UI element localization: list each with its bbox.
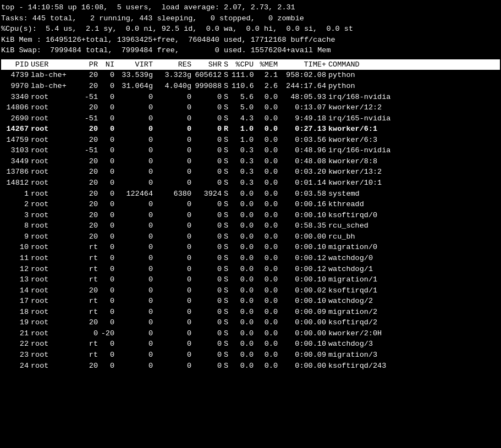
cell-pid: 1 [2, 189, 31, 200]
col-header-user: USER [31, 59, 80, 70]
cell-user: root [31, 220, 80, 231]
table-row[interactable]: 14812root200000S0.30.00:01.14kworker/10:… [1, 178, 500, 189]
cell-ni: 0 [100, 317, 117, 328]
cell-cpu: 0.0 [232, 307, 256, 318]
table-row[interactable]: 3103root-510000S0.30.00:48.96irq/166-nvi… [1, 145, 500, 156]
table-row[interactable]: 18rootrt0000S0.00.00:00.09migration/2 [1, 307, 500, 318]
cell-mem: 0.0 [256, 285, 280, 296]
cell-cmd: watchdog/1 [328, 264, 499, 275]
cell-virt: 0 [117, 231, 155, 242]
cell-virt: 0 [117, 361, 155, 372]
cell-mem: 0.0 [256, 339, 280, 350]
header-line-3: %Cpu(s): 5.4 us, 2.1 sy, 0.0 ni, 92.5 id… [1, 24, 500, 35]
cell-pr: 0 [80, 328, 100, 339]
table-row[interactable]: 13786root200000S0.30.00:03.20kworker/13:… [1, 167, 500, 178]
cell-mem: 0.0 [256, 156, 280, 167]
table-row[interactable]: 24root200000S0.00.00:00.00ksoftirqd/243 [1, 361, 500, 372]
cell-cmd: watchdog/0 [328, 253, 499, 264]
cell-pid: 17 [2, 296, 31, 307]
cell-pr: rt [80, 253, 100, 264]
cell-mem: 0.0 [256, 231, 280, 242]
cell-res: 0 [155, 220, 194, 231]
table-row[interactable]: 11rootrt0000S0.00.00:00.12watchdog/0 [1, 253, 500, 264]
cell-user: root [31, 92, 80, 103]
table-row[interactable]: 2690root-510000S4.30.09:49.18irq/165-nvi… [1, 113, 500, 124]
cell-user: root [31, 339, 80, 350]
cell-virt: 0 [117, 264, 155, 275]
cell-virt: 0 [117, 178, 155, 189]
table-row[interactable]: 10rootrt0000S0.00.00:00.10migration/0 [1, 242, 500, 253]
table-row[interactable]: 21root0-20000S0.00.00:00.00kworker/2:0H [1, 328, 500, 339]
cell-pid: 21 [2, 328, 31, 339]
col-header-pid: PID [2, 59, 31, 70]
table-row[interactable]: 14759root200000S1.00.00:03.56kworker/6:3 [1, 135, 500, 146]
col-header-s: S [224, 59, 232, 70]
cell-time: 0:00.00 [280, 361, 328, 372]
table-row[interactable]: 14root200000S0.00.00:00.02ksoftirqd/1 [1, 285, 500, 296]
cell-s: S [224, 231, 232, 242]
cell-ni: 0 [100, 92, 117, 103]
cell-time: 0:13.07 [280, 102, 328, 113]
cell-ni: 0 [100, 307, 117, 318]
table-row[interactable]: 9970lab-che+20031.064g4.040g999088S110.6… [1, 81, 500, 92]
cell-cpu: 0.3 [232, 145, 256, 156]
cell-shr: 999088 [194, 81, 224, 92]
cell-pr: rt [80, 350, 100, 361]
cell-cmd: migration/2 [328, 307, 499, 318]
cell-shr: 0 [194, 135, 224, 146]
cell-res: 0 [155, 361, 194, 372]
table-row[interactable]: 13rootrt0000S0.00.00:00.10migration/1 [1, 274, 500, 285]
cell-user: root [31, 285, 80, 296]
table-row[interactable]: 3root200000S0.00.00:00.10ksoftirqd/0 [1, 210, 500, 221]
cell-res: 0 [155, 242, 194, 253]
cell-res: 0 [155, 113, 194, 124]
cell-pr: 20 [80, 220, 100, 231]
cell-cmd: irq/165-nvidia [328, 113, 499, 124]
cell-shr: 0 [194, 178, 224, 189]
cell-virt: 122464 [117, 189, 155, 200]
cell-cmd: migration/1 [328, 274, 499, 285]
cell-cmd: watchdog/3 [328, 339, 499, 350]
table-row[interactable]: 12rootrt0000S0.00.00:00.12watchdog/1 [1, 264, 500, 275]
cell-cpu: 5.0 [232, 102, 256, 113]
cell-res: 0 [155, 253, 194, 264]
cell-pid: 23 [2, 350, 31, 361]
cell-cpu: 1.0 [232, 135, 256, 146]
header-line-1: top - 14:10:58 up 16:08, 5 users, load a… [1, 2, 500, 13]
table-row[interactable]: 3449root200000S0.30.00:48.08kworker/8:8 [1, 156, 500, 167]
cell-s: S [224, 317, 232, 328]
table-row[interactable]: 1root20012246463803924S0.00.00:03.58syst… [1, 189, 500, 200]
cell-cmd: rcu_sched [328, 220, 499, 231]
table-row[interactable]: 2root200000S0.00.00:00.16kthreadd [1, 199, 500, 210]
table-row[interactable]: 22rootrt0000S0.00.00:00.10watchdog/3 [1, 339, 500, 350]
table-row[interactable]: 23rootrt0000S0.00.00:00.09migration/3 [1, 350, 500, 361]
cell-cpu: 110.6 [232, 81, 256, 92]
cell-mem: 0.0 [256, 220, 280, 231]
cell-user: root [31, 102, 80, 113]
cell-time: 0:48.08 [280, 156, 328, 167]
table-row[interactable]: 19root200000S0.00.00:00.00ksoftirqd/2 [1, 317, 500, 328]
table-row[interactable]: 17rootrt0000S0.00.00:00.10watchdog/2 [1, 296, 500, 307]
table-row[interactable]: 9root200000S0.00.00:00.00rcu_bh [1, 231, 500, 242]
header-section: top - 14:10:58 up 16:08, 5 users, load a… [1, 2, 500, 56]
cell-pid: 10 [2, 242, 31, 253]
col-header-virt: VIRT [117, 59, 155, 70]
cell-time: 0:48.96 [280, 145, 328, 156]
cell-time: 0:58.35 [280, 220, 328, 231]
cell-cpu: 0.0 [232, 274, 256, 285]
cell-res: 0 [155, 156, 194, 167]
cell-pr: 20 [80, 210, 100, 221]
table-row[interactable]: 14267root200000R1.00.00:27.13kworker/6:1 [1, 124, 500, 135]
cell-s: S [224, 113, 232, 124]
table-row[interactable]: 3340root-510000S5.60.048:05.93irq/168-nv… [1, 92, 500, 103]
table-row[interactable]: 8root200000S0.00.00:58.35rcu_sched [1, 220, 500, 231]
cell-pr: 20 [80, 156, 100, 167]
table-row[interactable]: 14806root200000S5.00.00:13.07kworker/12:… [1, 102, 500, 113]
table-row[interactable]: 4739lab-che+20033.539g3.323g605612S111.0… [1, 70, 500, 81]
cell-shr: 0 [194, 124, 224, 135]
cell-res: 0 [155, 167, 194, 178]
cell-mem: 0.0 [256, 242, 280, 253]
cell-cpu: 0.3 [232, 178, 256, 189]
cell-pr: rt [80, 264, 100, 275]
cell-shr: 0 [194, 350, 224, 361]
